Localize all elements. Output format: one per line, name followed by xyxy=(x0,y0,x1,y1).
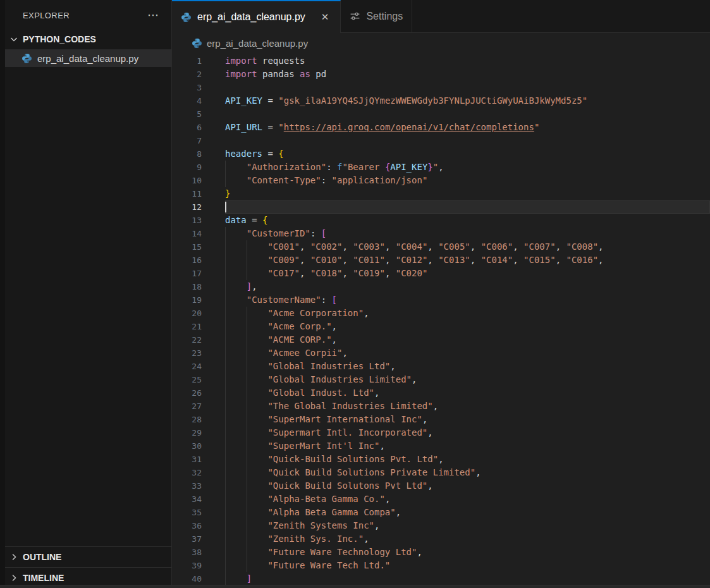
line-number[interactable]: 21 xyxy=(172,320,202,333)
code-line[interactable]: "Quick Build Solutions Private Limited", xyxy=(225,466,710,479)
code-line[interactable]: "SuperMart Int'l Inc", xyxy=(225,439,710,453)
code-token: , xyxy=(556,242,566,252)
timeline-label: TIMELINE xyxy=(23,573,64,583)
code-content[interactable]: import requestsimport pandas as pdAPI_KE… xyxy=(225,54,710,585)
code-line[interactable]: "Future Ware Technology Ltd", xyxy=(225,546,710,559)
line-number[interactable]: 37 xyxy=(172,532,202,546)
line-number[interactable]: 9 xyxy=(172,161,202,174)
line-number[interactable]: 33 xyxy=(172,479,202,493)
code-line[interactable] xyxy=(225,134,710,147)
line-number[interactable]: 2 xyxy=(172,68,202,81)
line-number[interactable]: 40 xyxy=(172,572,202,585)
code-line[interactable]: "The Global Industries Limited", xyxy=(225,400,710,413)
code-line[interactable]: import requests xyxy=(225,54,710,68)
line-number[interactable]: 6 xyxy=(172,121,202,134)
line-number[interactable]: 23 xyxy=(172,346,202,360)
code-line[interactable]: API_KEY = "gsk_ilaA19YQ4SJjQYmezWWEWGdyb… xyxy=(225,94,710,107)
code-line[interactable]: "Supermart Intl. Incorporated", xyxy=(225,426,710,439)
code-line[interactable]: "Global Industries Limited", xyxy=(225,373,710,386)
code-line[interactable]: "ACME CORP.", xyxy=(225,333,710,346)
code-line[interactable]: "Global Industries Ltd", xyxy=(225,360,710,373)
close-icon[interactable]: ✕ xyxy=(319,10,332,24)
line-number[interactable]: 28 xyxy=(172,413,202,426)
line-number[interactable]: 7 xyxy=(172,134,202,147)
line-number[interactable]: 3 xyxy=(172,81,202,94)
more-actions-icon[interactable]: ⋯ xyxy=(147,8,160,22)
line-number[interactable]: 4 xyxy=(172,94,202,107)
code-line[interactable]: "Future Ware Tech Ltd." xyxy=(225,559,710,572)
line-number-gutter[interactable]: 1234567891011121314151617181920212223242… xyxy=(172,54,202,585)
line-number[interactable]: 8 xyxy=(172,147,202,161)
code-line[interactable]: ] xyxy=(225,572,710,585)
line-number[interactable]: 5 xyxy=(172,107,202,121)
code-line[interactable]: "Zenith Sys. Inc.", xyxy=(225,532,710,546)
code-line[interactable]: "CustomerID": [ xyxy=(225,227,710,240)
file-item-erp-ai-data-cleanup[interactable]: erp_ai_data_cleanup.py xyxy=(0,49,171,67)
folder-section-python-codes[interactable]: PYTHON_CODES xyxy=(0,30,171,48)
code-line[interactable]: "Acme Corp.", xyxy=(225,320,710,333)
line-number[interactable]: 16 xyxy=(172,254,202,267)
code-line[interactable]: "Global Indust. Ltd", xyxy=(225,386,710,400)
code-line[interactable]: import pandas as pd xyxy=(225,68,710,81)
line-number[interactable]: 20 xyxy=(172,307,202,320)
line-number[interactable]: 10 xyxy=(172,174,202,187)
code-line[interactable]: } xyxy=(225,187,710,200)
line-number[interactable]: 27 xyxy=(172,400,202,413)
code-line[interactable]: "Content-Type": "application/json" xyxy=(225,174,710,187)
code-line[interactable]: "Alpha-Beta Gamma Co.", xyxy=(225,493,710,506)
line-number[interactable]: 31 xyxy=(172,453,202,466)
line-number[interactable]: 32 xyxy=(172,466,202,479)
code-line[interactable]: "SuperMart International Inc", xyxy=(225,413,710,426)
code-line[interactable] xyxy=(225,200,710,214)
line-number[interactable]: 29 xyxy=(172,426,202,439)
line-number[interactable]: 18 xyxy=(172,280,202,293)
line-number[interactable]: 30 xyxy=(172,439,202,453)
indent-guide xyxy=(247,267,247,280)
line-number[interactable]: 12 xyxy=(172,200,202,214)
code-line[interactable]: ], xyxy=(225,280,710,293)
line-number[interactable]: 24 xyxy=(172,360,202,373)
code-line[interactable]: "Acmee Corpii", xyxy=(225,346,710,360)
tab-erp-ai-data-cleanup[interactable]: erp_ai_data_cleanup.py ✕ xyxy=(172,0,341,33)
line-number[interactable]: 34 xyxy=(172,493,202,506)
line-number[interactable]: 15 xyxy=(172,240,202,254)
code-line[interactable]: "Quick-Build Solutions Pvt. Ltd", xyxy=(225,453,710,466)
line-number[interactable]: 25 xyxy=(172,373,202,386)
line-number[interactable]: 38 xyxy=(172,546,202,559)
line-number[interactable]: 35 xyxy=(172,506,202,519)
line-number[interactable]: 1 xyxy=(172,54,202,68)
code-line[interactable]: "C001", "C002", "C003", "C004", "C005", … xyxy=(225,240,710,254)
line-number[interactable]: 11 xyxy=(172,187,202,200)
code-line[interactable]: headers = { xyxy=(225,147,710,161)
code-line[interactable] xyxy=(225,81,710,94)
line-number[interactable]: 13 xyxy=(172,214,202,227)
code-line[interactable]: "Acme Corporation", xyxy=(225,307,710,320)
tab-settings[interactable]: Settings xyxy=(341,0,412,32)
line-number[interactable]: 36 xyxy=(172,519,202,532)
code-line[interactable]: "Zenith Systems Inc", xyxy=(225,519,710,532)
code-line[interactable]: data = { xyxy=(225,214,710,227)
code-line[interactable] xyxy=(225,107,710,121)
code-line[interactable]: "Authorization": f"Bearer {API_KEY}", xyxy=(225,161,710,174)
breadcrumb[interactable]: erp_ai_data_cleanup.py xyxy=(172,33,710,53)
code-token: , xyxy=(390,361,395,371)
line-number[interactable]: 22 xyxy=(172,333,202,346)
code-line[interactable]: "C009", "C010", "C011", "C012", "C013", … xyxy=(225,254,710,267)
code-token: "C013" xyxy=(438,255,470,265)
line-number[interactable]: 19 xyxy=(172,293,202,307)
line-number[interactable]: 26 xyxy=(172,386,202,400)
code-token: , xyxy=(470,255,481,265)
indent-guide xyxy=(247,493,247,506)
code-line[interactable]: "CustomerName": [ xyxy=(225,293,710,307)
code-line[interactable]: "C017", "C018", "C019", "C020" xyxy=(225,267,710,280)
line-number[interactable]: 17 xyxy=(172,267,202,280)
code-line[interactable]: "Alpha Beta Gamma Compa", xyxy=(225,506,710,519)
code-editor[interactable]: 1234567891011121314151617181920212223242… xyxy=(172,53,710,588)
code-token: , xyxy=(412,374,417,384)
outline-section[interactable]: OUTLINE xyxy=(0,546,171,567)
line-number[interactable]: 39 xyxy=(172,559,202,572)
code-line[interactable]: "Quick Build Solutons Pvt Ltd", xyxy=(225,479,710,493)
line-number[interactable]: 14 xyxy=(172,227,202,240)
code-line[interactable]: API_URL = "https://api.groq.com/openai/v… xyxy=(225,121,710,134)
indent-guide xyxy=(225,400,226,413)
